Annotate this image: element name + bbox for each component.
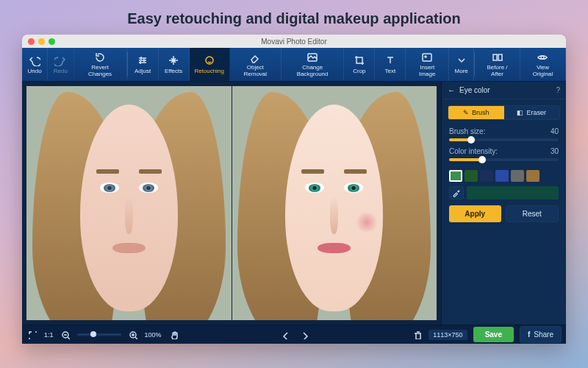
eraser-mode-button[interactable]: ◧ Eraser: [504, 106, 560, 119]
color-swatch[interactable]: [465, 170, 478, 182]
svg-rect-5: [498, 54, 502, 60]
current-color-preview[interactable]: [467, 186, 559, 199]
share-label: Share: [534, 330, 553, 339]
photo-preview: [26, 86, 437, 320]
effects-label: Effects: [165, 68, 182, 74]
eyedropper-button[interactable]: [449, 186, 464, 199]
eraser-icon: ◧: [517, 109, 523, 116]
before-after-label: Before / After: [481, 65, 514, 78]
crop-icon: [354, 54, 365, 66]
eye-icon: [537, 52, 548, 63]
more-label: More: [455, 68, 468, 74]
face-icon: [204, 54, 215, 66]
change-bg-label: Change Background: [287, 65, 337, 78]
undo-button[interactable]: Undo: [22, 48, 48, 81]
side-panel: ← Eye color ? ✎ Brush ◧ Eraser Brush siz…: [441, 82, 566, 325]
svg-rect-4: [493, 54, 497, 60]
background-icon: [306, 52, 318, 63]
workspace: ← Eye color ? ✎ Brush ◧ Eraser Brush siz…: [22, 82, 566, 325]
retouching-button[interactable]: Retouching: [190, 48, 230, 81]
intensity-value: 30: [551, 147, 559, 155]
crop-button[interactable]: Crop: [344, 48, 375, 81]
svg-point-6: [541, 56, 544, 59]
canvas-area[interactable]: [22, 82, 441, 325]
color-swatch[interactable]: [495, 170, 509, 182]
brush-size-label: Brush size:: [449, 127, 485, 135]
zoom-slider[interactable]: [77, 333, 121, 336]
image-icon: [421, 52, 433, 63]
brush-mode-button[interactable]: ✎ Brush: [448, 106, 504, 119]
view-original-button[interactable]: View Original: [520, 48, 566, 81]
insert-image-button[interactable]: Insert Image: [406, 48, 449, 81]
window-controls: [28, 38, 55, 45]
apply-button[interactable]: Apply: [449, 205, 501, 222]
main-toolbar: Undo Redo Revert Changes Adjust Effects: [22, 48, 566, 82]
chevron-down-icon: [456, 54, 467, 66]
close-window-button[interactable]: [28, 38, 35, 45]
zoom-out-button[interactable]: [60, 329, 71, 341]
revert-changes-button[interactable]: Revert Changes: [74, 48, 127, 81]
status-bar: 1:1 100% 1113×750 Save f Share: [22, 325, 566, 344]
compare-icon: [492, 52, 503, 63]
zoom-in-button[interactable]: [127, 329, 139, 341]
text-label: Text: [385, 68, 396, 74]
color-swatch[interactable]: [511, 170, 524, 182]
facebook-icon: f: [528, 330, 530, 339]
undo-icon: [29, 54, 40, 66]
image-dimensions: 1113×750: [429, 330, 467, 340]
effects-button[interactable]: Effects: [159, 48, 190, 81]
redo-label: Redo: [54, 68, 68, 74]
next-image-button[interactable]: [298, 329, 310, 341]
adjust-button[interactable]: Adjust: [128, 48, 159, 81]
split-divider[interactable]: [232, 86, 232, 320]
change-background-button[interactable]: Change Background: [282, 48, 344, 81]
fit-actual-button[interactable]: 1:1: [44, 331, 54, 339]
brush-icon: ✎: [463, 109, 469, 116]
brush-label: Brush: [472, 109, 490, 116]
app-window: Movavi Photo Editor Undo Redo Revert Cha…: [22, 35, 566, 344]
redo-icon: [54, 54, 66, 66]
maximize-window-button[interactable]: [49, 38, 55, 45]
before-after-button[interactable]: Before / After: [475, 48, 520, 81]
sparkle-icon: [168, 54, 179, 66]
window-title: Movavi Photo Editor: [22, 38, 566, 46]
color-swatch[interactable]: [526, 170, 539, 182]
sliders-icon: [137, 54, 148, 66]
save-button[interactable]: Save: [473, 327, 514, 342]
promo-headline: Easy retouching and digital makeup appli…: [0, 0, 588, 35]
panel-back-button[interactable]: ←: [448, 86, 455, 94]
window-titlebar: Movavi Photo Editor: [22, 35, 566, 48]
tool-mode-segment: ✎ Brush ◧ Eraser: [448, 105, 560, 120]
adjust-label: Adjust: [135, 68, 151, 74]
prev-image-button[interactable]: [279, 329, 291, 341]
crop-label: Crop: [353, 68, 365, 74]
reset-button[interactable]: Reset: [506, 205, 559, 222]
intensity-slider[interactable]: [449, 158, 559, 161]
revert-icon: [94, 52, 106, 63]
pan-hand-button[interactable]: [168, 329, 179, 341]
svg-rect-2: [423, 54, 431, 61]
undo-label: Undo: [28, 68, 42, 74]
delete-button[interactable]: [411, 329, 423, 341]
text-button[interactable]: Text: [375, 48, 406, 81]
minimize-window-button[interactable]: [38, 38, 45, 45]
share-button[interactable]: f Share: [520, 326, 562, 343]
object-removal-label: Object Removal: [236, 65, 275, 78]
more-button[interactable]: More: [449, 48, 474, 81]
eraser-label: Eraser: [526, 109, 546, 116]
color-swatch[interactable]: [449, 170, 462, 182]
revert-label: Revert Changes: [80, 65, 121, 78]
view-original-label: View Original: [526, 65, 559, 78]
object-removal-button[interactable]: Object Removal: [230, 48, 282, 81]
intensity-label: Color intensity:: [449, 147, 498, 155]
insert-image-label: Insert Image: [412, 65, 442, 78]
color-swatch[interactable]: [480, 170, 493, 182]
text-icon: [384, 54, 396, 66]
help-button[interactable]: ?: [556, 86, 560, 94]
fullscreen-button[interactable]: [26, 329, 38, 341]
eraser-icon: [249, 52, 261, 63]
brush-size-slider[interactable]: [449, 138, 559, 141]
zoom-value: 100%: [145, 331, 162, 339]
redo-button[interactable]: Redo: [48, 48, 74, 81]
color-swatches: [442, 166, 566, 186]
